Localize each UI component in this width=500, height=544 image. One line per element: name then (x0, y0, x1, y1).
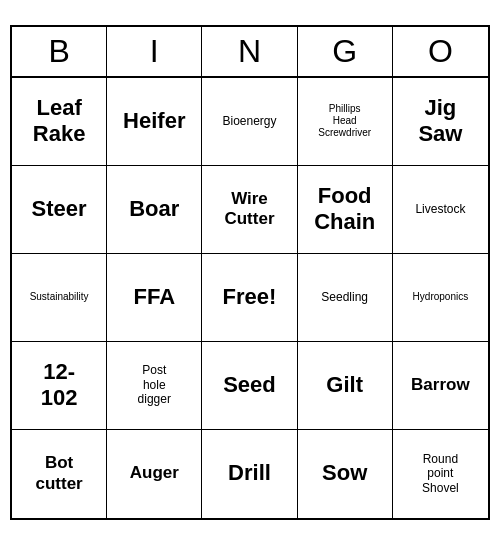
bingo-cell-text-8: FoodChain (314, 183, 375, 236)
bingo-cell-text-4: JigSaw (418, 95, 462, 148)
bingo-cell-text-22: Drill (228, 460, 271, 486)
bingo-cell-8: FoodChain (298, 166, 393, 254)
bingo-cell-text-17: Seed (223, 372, 276, 398)
header-letter-b: B (12, 27, 107, 76)
bingo-cell-text-12: Free! (223, 284, 277, 310)
bingo-cell-text-24: RoundpointShovel (422, 452, 459, 495)
bingo-cell-text-20: Botcutter (35, 453, 82, 494)
bingo-cell-10: Sustainability (12, 254, 107, 342)
bingo-cell-9: Livestock (393, 166, 488, 254)
bingo-cell-11: FFA (107, 254, 202, 342)
bingo-cell-22: Drill (202, 430, 297, 518)
bingo-cell-3: PhillipsHeadScrewdriver (298, 78, 393, 166)
bingo-cell-1: Heifer (107, 78, 202, 166)
bingo-cell-text-7: WireCutter (224, 189, 274, 230)
bingo-grid: LeafRakeHeiferBioenergyPhillipsHeadScrew… (12, 78, 488, 518)
bingo-cell-text-19: Barrow (411, 375, 470, 395)
bingo-cell-20: Botcutter (12, 430, 107, 518)
bingo-cell-17: Seed (202, 342, 297, 430)
bingo-cell-text-16: Postholedigger (138, 363, 171, 406)
bingo-cell-14: Hydroponics (393, 254, 488, 342)
bingo-cell-text-0: LeafRake (33, 95, 86, 148)
bingo-cell-18: Gilt (298, 342, 393, 430)
bingo-cell-text-23: Sow (322, 460, 367, 486)
bingo-cell-21: Auger (107, 430, 202, 518)
bingo-cell-12: Free! (202, 254, 297, 342)
header-letter-o: O (393, 27, 488, 76)
header-letter-i: I (107, 27, 202, 76)
bingo-cell-2: Bioenergy (202, 78, 297, 166)
bingo-cell-text-15: 12-102 (41, 359, 78, 412)
bingo-cell-text-3: PhillipsHeadScrewdriver (318, 103, 371, 139)
bingo-cell-24: RoundpointShovel (393, 430, 488, 518)
bingo-cell-0: LeafRake (12, 78, 107, 166)
bingo-cell-text-10: Sustainability (30, 291, 89, 303)
bingo-cell-text-11: FFA (134, 284, 176, 310)
bingo-card: BINGO LeafRakeHeiferBioenergyPhillipsHea… (10, 25, 490, 520)
bingo-cell-19: Barrow (393, 342, 488, 430)
bingo-cell-5: Steer (12, 166, 107, 254)
bingo-cell-text-9: Livestock (415, 202, 465, 216)
bingo-cell-text-18: Gilt (326, 372, 363, 398)
bingo-cell-text-14: Hydroponics (413, 291, 469, 303)
bingo-cell-13: Seedling (298, 254, 393, 342)
bingo-cell-text-13: Seedling (321, 290, 368, 304)
bingo-cell-16: Postholedigger (107, 342, 202, 430)
bingo-cell-text-21: Auger (130, 463, 179, 483)
bingo-cell-text-5: Steer (32, 196, 87, 222)
bingo-cell-text-6: Boar (129, 196, 179, 222)
bingo-cell-text-1: Heifer (123, 108, 185, 134)
bingo-cell-6: Boar (107, 166, 202, 254)
bingo-cell-23: Sow (298, 430, 393, 518)
bingo-cell-4: JigSaw (393, 78, 488, 166)
header-letter-n: N (202, 27, 297, 76)
header-letter-g: G (298, 27, 393, 76)
bingo-cell-7: WireCutter (202, 166, 297, 254)
bingo-cell-text-2: Bioenergy (222, 114, 276, 128)
bingo-header: BINGO (12, 27, 488, 78)
bingo-cell-15: 12-102 (12, 342, 107, 430)
